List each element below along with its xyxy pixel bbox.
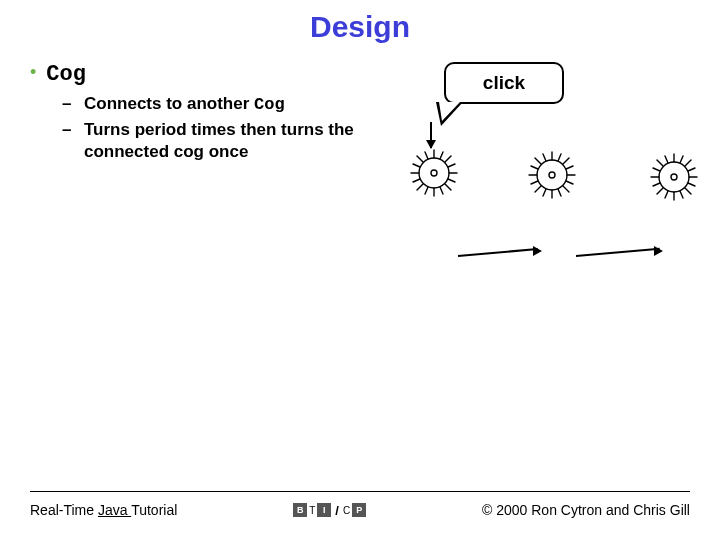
bullet-main: • Cog	[30, 62, 390, 87]
footer-left-suffix: Tutorial	[131, 502, 177, 518]
gear-icon	[526, 149, 578, 201]
svg-line-50	[653, 183, 660, 186]
svg-line-43	[657, 188, 663, 194]
svg-line-48	[680, 191, 683, 198]
subitem-1: – Connects to another Cog	[62, 93, 390, 115]
footer-left: Real-Time Java Tutorial	[30, 502, 177, 518]
logo-box-icon: B	[293, 503, 307, 517]
subitem-2-text: Turns period times then turns the connec…	[84, 119, 390, 162]
diagram-area: click	[390, 62, 690, 166]
svg-line-23	[535, 158, 541, 164]
subitem-2-prefix: Turns period times then turns the connec…	[84, 120, 354, 160]
logo-box-icon: P	[352, 503, 366, 517]
slide-title: Design	[0, 0, 720, 44]
subitem-2: – Turns period times then turns the conn…	[62, 119, 390, 162]
svg-line-49	[653, 168, 660, 171]
svg-line-5	[417, 156, 423, 162]
arrow-right-icon	[654, 246, 663, 256]
logo-letter: T	[309, 505, 315, 516]
svg-line-16	[448, 179, 455, 182]
svg-line-45	[665, 156, 668, 163]
svg-line-27	[543, 154, 546, 161]
footer-center-logo: B T I / C P	[293, 503, 366, 518]
svg-line-32	[531, 181, 538, 184]
svg-line-15	[448, 164, 455, 167]
arrow-right-icon	[533, 246, 542, 256]
connector-line-icon	[576, 248, 660, 257]
logo-letter: C	[343, 505, 350, 516]
svg-point-17	[431, 170, 437, 176]
dash-icon: –	[62, 93, 74, 114]
svg-line-33	[566, 166, 573, 169]
svg-line-51	[688, 168, 695, 171]
connector-line-icon	[458, 248, 538, 257]
svg-line-29	[543, 189, 546, 196]
svg-line-34	[566, 181, 573, 184]
svg-line-25	[535, 186, 541, 192]
java-link[interactable]: Java	[98, 502, 131, 518]
svg-line-13	[413, 164, 420, 167]
bullet-main-label: Cog	[46, 62, 86, 87]
bullet-dot-icon: •	[30, 62, 36, 84]
svg-line-46	[680, 156, 683, 163]
svg-line-9	[425, 152, 428, 159]
svg-line-52	[688, 183, 695, 186]
svg-line-44	[685, 160, 691, 166]
svg-line-30	[558, 189, 561, 196]
logo-slash-icon: /	[335, 503, 339, 518]
svg-line-14	[413, 179, 420, 182]
svg-line-7	[417, 184, 423, 190]
svg-line-42	[685, 188, 691, 194]
svg-point-53	[671, 174, 677, 180]
svg-line-12	[440, 187, 443, 194]
footer-left-prefix: Real-Time	[30, 502, 98, 518]
subitem-1-mono: Cog	[254, 95, 285, 114]
svg-line-31	[531, 166, 538, 169]
svg-point-35	[549, 172, 555, 178]
svg-line-6	[445, 184, 451, 190]
content-area: • Cog – Connects to another Cog – Turns …	[0, 44, 720, 166]
arrow-down-icon	[430, 122, 432, 148]
svg-line-28	[558, 154, 561, 161]
footer-divider	[30, 491, 690, 492]
subitem-1-prefix: Connects to another	[84, 94, 254, 113]
svg-line-8	[445, 156, 451, 162]
bullet-column: • Cog – Connects to another Cog – Turns …	[30, 62, 390, 166]
gear-icon	[408, 147, 460, 199]
click-callout: click	[444, 62, 564, 104]
subitem-1-text: Connects to another Cog	[84, 93, 285, 115]
gear-icon	[648, 151, 700, 203]
svg-line-47	[665, 191, 668, 198]
svg-line-41	[657, 160, 663, 166]
svg-line-24	[563, 186, 569, 192]
dash-icon: –	[62, 119, 74, 140]
svg-line-11	[425, 187, 428, 194]
logo-box-icon: I	[317, 503, 331, 517]
svg-line-26	[563, 158, 569, 164]
footer-copyright: © 2000 Ron Cytron and Chris Gill	[482, 502, 690, 518]
svg-line-10	[440, 152, 443, 159]
footer: Real-Time Java Tutorial B T I / C P © 20…	[30, 491, 690, 518]
